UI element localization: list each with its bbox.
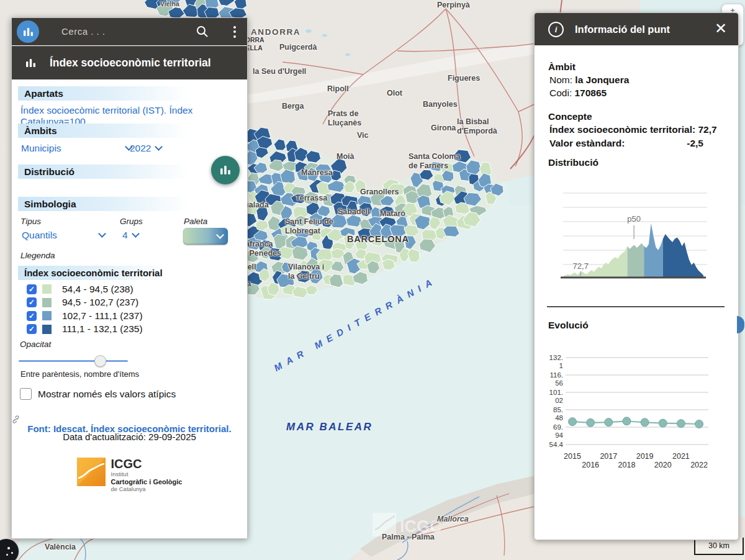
svg-text:02: 02 [555,397,563,404]
icgc-logo-text: ICGC Institut Cartogràfic i Geològic de … [111,458,183,492]
legend-checkbox[interactable]: ✓ [27,311,37,321]
svg-text:54.4: 54.4 [549,441,564,448]
svg-text:2019: 2019 [636,452,654,461]
bar-chart-icon [220,165,231,176]
close-icon[interactable]: ✕ [715,20,727,37]
svg-text:116.: 116. [549,371,563,379]
slider-thumb[interactable] [94,355,106,367]
legend-range-label: 54,4 - 94,5 (238) [62,284,133,295]
info-panel-title: Informació del punt [575,24,670,35]
map-label-sabadell: Sabadell [338,207,369,217]
map-label-valència: València [45,543,76,552]
grups-select[interactable]: 4 [122,230,138,241]
search-bar: Cerca . . . [12,18,247,45]
distribucio-section-label: Distribució [548,157,598,168]
map-label-palma-palma: Palma - Palma [382,533,435,542]
chevron-down-icon [132,230,140,238]
legend-color-swatch [42,325,52,334]
map-label-banyoles: Banyoles [423,100,458,109]
bar-chart-icon [23,27,34,37]
app-logo-button[interactable] [17,20,39,43]
llegenda-label: Llegenda [20,251,55,260]
legend-row: ✓94,5 - 102,7 (237) [27,296,241,310]
legend-row: ✓111,1 - 132,1 (235) [27,323,241,336]
ist-row: Índex socioeconòmic territorial: 72,7 [549,124,717,135]
map-label-moià: Moià [336,152,354,161]
legend-color-swatch [42,284,52,294]
legend-color-swatch [42,298,52,307]
ambit-select[interactable]: Municipis [21,143,132,154]
legend-checkbox[interactable]: ✓ [27,324,37,334]
opacity-slider[interactable] [19,355,128,367]
layer-control-panel: Cerca . . . Índex socioeconòmic territor… [11,17,248,539]
legend-title: Índex socioeconòmic territorial [18,266,207,280]
search-input[interactable]: Cerca . . . [61,26,106,37]
info-panel-header: i Informació del punt ✕ [535,13,738,45]
svg-text:69.: 69. [553,423,563,431]
map-label-berga: Berga [282,102,304,111]
map-label-perpinyà: Perpinyà [437,1,470,10]
map-label-vic: Vic [357,131,369,140]
legend-range-label: 111,1 - 132,1 (235) [62,323,143,335]
layer-title-bar: Índex socioeconòmic territorial [12,46,247,79]
svg-text:2016: 2016 [582,461,599,469]
search-icon[interactable] [196,25,209,38]
section-simbologia: Simbologia [18,197,237,211]
map-label-mar-balear: MAR BALEAR [286,421,372,434]
svg-text:2018: 2018 [618,461,636,469]
legend-range-label: 94,5 - 102,7 (237) [62,297,138,308]
opacitat-label: Opacitat [20,340,51,349]
info-icon: i [548,22,564,37]
legend-note: Entre parèntesis, nombre d'ítems [20,369,139,379]
legend-checkbox[interactable]: ✓ [27,284,37,294]
map-label-sant-feliu-de-llobregat: Sant Feliu de Llobregat [285,217,333,237]
kebab-menu-icon[interactable] [229,24,240,39]
chart-fab-button[interactable] [211,156,240,184]
chevron-down-icon [98,230,106,238]
map-label-figueres: Figueres [448,74,480,83]
legend-list: ✓54,4 - 94,5 (238)✓94,5 - 102,7 (237)✓10… [27,282,241,336]
icgc-logo[interactable]: ICGC Institut Cartogràfic i Geològic de … [12,458,247,492]
codi-row: Codi: 170865 [549,88,607,99]
map-label-granollers: Granollers [360,187,399,197]
map-label-la-seu-d-urgell: la Seu d'Urgell [253,67,306,76]
paleta-label: Paleta [184,217,207,226]
svg-text:132.: 132. [549,354,563,361]
point-info-panel: i Informació del punt ✕ Àmbit Nom: la Jo… [534,12,739,540]
svg-text:1: 1 [559,362,563,369]
legend-color-swatch [42,311,52,320]
slider-track[interactable] [19,360,128,362]
legend-row: ✓54,4 - 94,5 (238) [27,282,241,296]
update-date: Data d'actualització: 29-09-2025 [12,431,247,442]
section-ambits: Àmbits [18,124,237,138]
legend-checkbox[interactable]: ✓ [27,297,37,307]
distribution-chart: p5072,7 [557,184,713,286]
map-label-mallorca: Mallorca [437,515,469,524]
svg-text:101.: 101. [549,389,563,396]
year-select[interactable]: 2022 [130,143,161,154]
bar-chart-icon [25,58,36,68]
section-distribucio: Distribució [18,165,237,179]
evolution-chart: 132.1116.56101.0285.4869.9454.4201520162… [546,343,728,475]
map-label-olot: Olot [387,89,402,98]
tipus-label: Tipus [20,217,41,226]
grups-label: Grups [120,217,143,226]
concepte-section-label: Concepte [548,111,592,122]
map-label-manresa: Manresa [301,168,333,178]
svg-text:2021: 2021 [672,452,690,461]
svg-text:85.: 85. [553,406,563,413]
svg-text:2015: 2015 [564,452,581,461]
divider [547,306,725,307]
legend-row: ✓102,7 - 111,1 (237) [27,309,241,323]
tipus-select[interactable]: Quantils [22,230,105,241]
svg-text:48: 48 [555,414,563,422]
outliers-checkbox[interactable] [20,388,32,400]
paleta-select[interactable] [183,228,228,245]
map-label-prats-de-lluçanès: Prats de Lluçanès [328,109,361,129]
map-label-mataró: Mataró [380,209,405,219]
ambit-section-label: Àmbit [548,61,576,73]
map-label-girona: Girona [431,124,456,133]
map-label-ripoll: Ripoll [327,84,349,94]
map-label-terrassa: Terrassa [296,194,327,203]
outliers-checkbox-row: Mostrar només els valors atípics [20,388,176,400]
